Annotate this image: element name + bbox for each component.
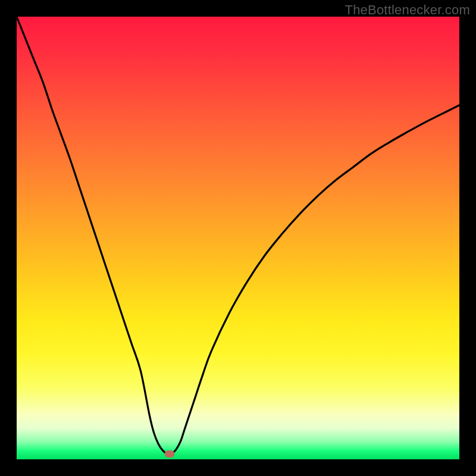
optimal-point-marker	[165, 450, 174, 458]
bottleneck-curve	[17, 17, 459, 459]
plot-area	[17, 17, 459, 459]
watermark-text: TheBottlenecker.com	[345, 2, 470, 18]
chart-frame: TheBottlenecker.com	[0, 0, 476, 476]
